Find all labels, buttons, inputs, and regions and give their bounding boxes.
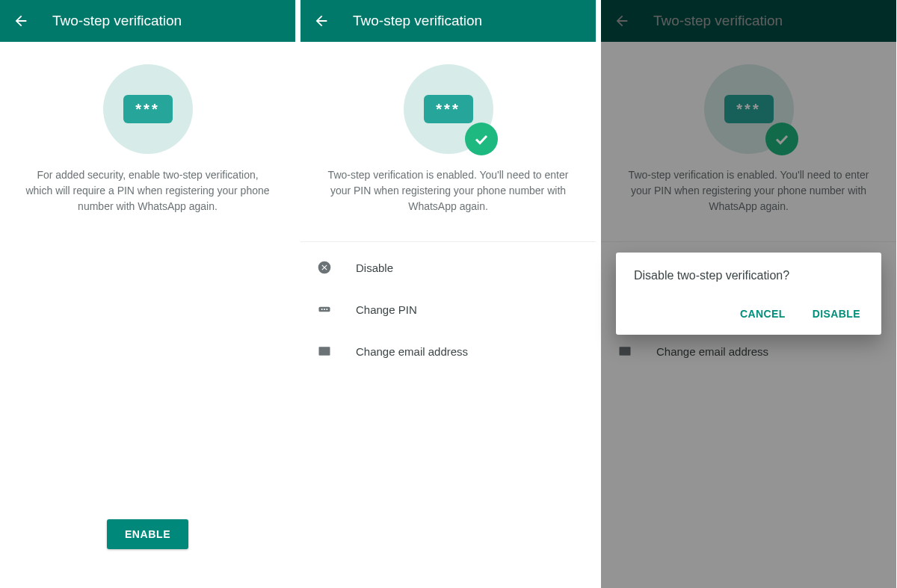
option-label: Change PIN bbox=[356, 303, 417, 316]
svg-point-1 bbox=[321, 309, 323, 310]
dialog-cancel-button[interactable]: CANCEL bbox=[737, 302, 789, 326]
enable-button[interactable]: ENABLE bbox=[107, 519, 188, 549]
option-disable[interactable]: Disable bbox=[300, 247, 596, 288]
setup-description: For added security, enable two-step veri… bbox=[21, 167, 274, 214]
screen-setup: Two-step verification *** For added secu… bbox=[0, 0, 295, 588]
pin-illustration: *** bbox=[404, 64, 493, 154]
dialog-actions: CANCEL DISABLE bbox=[634, 302, 863, 326]
enabled-description: Two-step verification is enabled. You'll… bbox=[321, 167, 575, 214]
hero-section: *** For added security, enable two-step … bbox=[0, 42, 295, 228]
pin-chip-icon: *** bbox=[424, 95, 473, 123]
option-label: Disable bbox=[356, 261, 393, 274]
pin-illustration: *** bbox=[103, 64, 193, 154]
appbar: Two-step verification bbox=[300, 0, 596, 42]
appbar-title: Two-step verification bbox=[52, 13, 182, 29]
bottom-button-row: ENABLE bbox=[0, 519, 295, 549]
appbar-title: Two-step verification bbox=[353, 13, 482, 29]
option-list: Disable Change PIN Change email address bbox=[300, 242, 596, 372]
svg-point-3 bbox=[326, 309, 327, 310]
option-change-email[interactable]: Change email address bbox=[300, 330, 596, 372]
back-button[interactable] bbox=[312, 12, 330, 30]
email-icon bbox=[315, 342, 333, 360]
appbar: Two-step verification bbox=[0, 0, 295, 42]
confirm-dialog: Disable two-step verification? CANCEL DI… bbox=[616, 253, 881, 335]
cancel-icon bbox=[315, 259, 333, 276]
hero-section: *** Two-step verification is enabled. Yo… bbox=[300, 42, 596, 228]
screen-enabled: Two-step verification *** Two-step verif… bbox=[300, 0, 596, 588]
pin-icon bbox=[315, 300, 333, 318]
option-label: Change email address bbox=[356, 345, 468, 358]
dialog-title: Disable two-step verification? bbox=[634, 269, 863, 282]
option-change-pin[interactable]: Change PIN bbox=[300, 288, 596, 330]
check-icon bbox=[465, 123, 498, 155]
back-button[interactable] bbox=[12, 12, 30, 30]
pin-chip-icon: *** bbox=[123, 95, 173, 123]
screen-disable-dialog: Two-step verification *** Two-step verif… bbox=[601, 0, 896, 588]
dialog-disable-button[interactable]: DISABLE bbox=[810, 302, 863, 326]
svg-point-2 bbox=[324, 309, 325, 310]
